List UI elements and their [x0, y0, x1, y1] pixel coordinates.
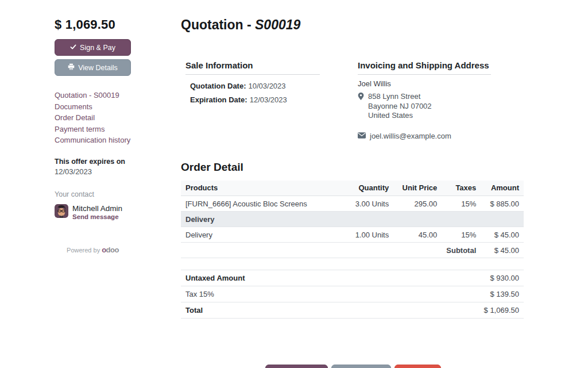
- tax-row: Tax 15% $ 139.50: [181, 286, 524, 302]
- order-line-row: [FURN_6666] Acoustic Bloc Screens 3.00 U…: [181, 196, 524, 212]
- col-taxes: Taxes: [442, 181, 481, 196]
- contact-section-label: Your contact: [55, 190, 131, 198]
- view-details-button[interactable]: View Details: [55, 59, 131, 76]
- col-products: Products: [181, 181, 334, 196]
- nav-link-documents[interactable]: Documents: [55, 101, 131, 113]
- nav-link-order-detail[interactable]: Order Detail: [55, 112, 131, 124]
- section-row-delivery: Delivery: [181, 212, 524, 227]
- odoo-logo: odoo: [102, 246, 119, 254]
- view-details-label: View Details: [78, 64, 118, 72]
- reject-button[interactable]: Reject: [394, 365, 441, 368]
- sidebar: $ 1,069.50 Sign & Pay View Details Quota…: [55, 17, 131, 368]
- sale-information: Sale Information Quotation Date:10/03/20…: [185, 60, 320, 140]
- order-lines-table: Products Quantity Unit Price Taxes Amoun…: [181, 181, 524, 259]
- sale-information-heading: Sale Information: [185, 60, 320, 75]
- feedback-button[interactable]: Feedback: [331, 365, 391, 368]
- quotation-portal-page: $ 1,069.50 Sign & Pay View Details Quota…: [0, 0, 588, 368]
- col-unit-price: Unit Price: [393, 181, 442, 196]
- sign-pay-label: Sign & Pay: [80, 44, 115, 52]
- sign-pay-button[interactable]: Sign & Pay: [55, 39, 131, 56]
- customer-name: Joel Willis: [358, 79, 491, 88]
- check-icon: [70, 44, 76, 52]
- subtotal-amount: $ 45.00: [481, 243, 524, 258]
- order-line-row: Delivery 1.00 Units 45.00 15% $ 45.00: [181, 227, 524, 243]
- sidebar-nav: Quotation - S00019 Documents Order Detai…: [55, 90, 131, 146]
- address-street: 858 Lynn Street: [368, 93, 432, 101]
- powered-by: Powered byodoo: [55, 246, 131, 254]
- send-message-link[interactable]: Send message: [72, 213, 122, 220]
- col-amount: Amount: [481, 181, 524, 196]
- action-footer: Sign & Pay Feedback Reject: [181, 365, 525, 368]
- subtotal-label: Subtotal: [442, 243, 481, 258]
- amount-due: $ 1,069.50: [55, 17, 131, 32]
- nav-link-communication-history[interactable]: Communication history: [55, 135, 131, 146]
- info-section: Sale Information Quotation Date:10/03/20…: [181, 60, 525, 140]
- map-pin-icon: [358, 93, 364, 121]
- nav-link-payment-terms[interactable]: Payment terms: [55, 124, 131, 135]
- nav-link-quotation[interactable]: Quotation - S00019: [55, 90, 131, 101]
- untaxed-amount-row: Untaxed Amount $ 930.00: [181, 270, 524, 286]
- page-title: Quotation - S00019: [181, 17, 525, 33]
- total-row: Total $ 1,069.50: [181, 302, 524, 319]
- email-row: joel.willis@example.com: [358, 132, 491, 140]
- main-content: Quotation - S00019 Sale Information Quot…: [181, 17, 525, 368]
- quotation-reference: S00019: [255, 17, 300, 32]
- invoicing-shipping-address: Invoicing and Shipping Address Joel Will…: [358, 60, 491, 140]
- contact-card: Mitchell Admin Send message: [55, 204, 131, 220]
- subtotal-row: Subtotal $ 45.00: [181, 243, 524, 258]
- expiration-date-row: Expiration Date:12/03/2023: [190, 95, 320, 104]
- customer-email-link[interactable]: joel.willis@example.com: [370, 132, 451, 140]
- envelope-icon: [358, 132, 366, 140]
- col-quantity: Quantity: [334, 181, 393, 196]
- address-heading: Invoicing and Shipping Address: [358, 60, 491, 75]
- totals-table: Untaxed Amount $ 930.00 Tax 15% $ 139.50…: [181, 270, 524, 319]
- avatar: [55, 204, 68, 218]
- postal-address: 858 Lynn Street Bayonne NJ 07002 United …: [358, 93, 491, 121]
- address-country: United States: [368, 112, 432, 120]
- quotation-date-row: Quotation Date:10/03/2023: [190, 82, 320, 90]
- printer-icon: [68, 63, 75, 72]
- expiry-label: This offer expires on: [55, 158, 131, 166]
- table-header-row: Products Quantity Unit Price Taxes Amoun…: [181, 181, 524, 196]
- offer-expiry: This offer expires on 12/03/2023: [55, 158, 131, 176]
- address-city: Bayonne NJ 07002: [368, 102, 432, 111]
- expiry-date: 12/03/2023: [55, 167, 131, 176]
- order-detail-heading: Order Detail: [181, 161, 525, 174]
- contact-name: Mitchell Admin: [72, 204, 122, 213]
- footer-sign-pay-button[interactable]: Sign & Pay: [265, 365, 328, 368]
